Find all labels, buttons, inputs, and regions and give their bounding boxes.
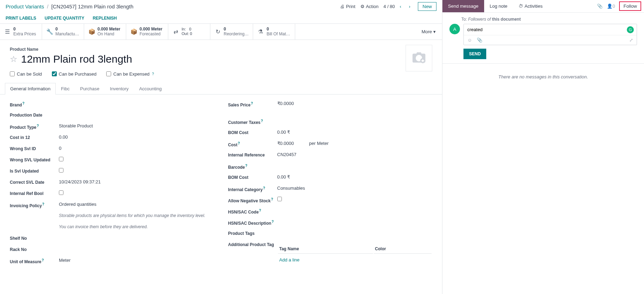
- send-button[interactable]: SEND: [463, 49, 486, 59]
- correct-svl-date-value[interactable]: 10/24/2023 09:37:21: [59, 179, 214, 184]
- pager-next[interactable]: ›: [406, 3, 413, 10]
- product-name[interactable]: 12mm Plain rod 3length: [21, 53, 132, 65]
- rack-no-label: Rack No: [10, 246, 59, 252]
- internal-ref-value[interactable]: CN20457: [277, 152, 433, 157]
- invoicing-policy-value[interactable]: Ordered quantities: [59, 202, 214, 207]
- internal-ref-bool-label: Internal Ref Bool: [10, 190, 59, 196]
- stat-manufacturing[interactable]: 🔧 0Manufactu…: [42, 24, 84, 40]
- list-icon: ☰: [4, 28, 11, 35]
- internal-ref-bool-checkbox[interactable]: [59, 190, 63, 195]
- attach-icon[interactable]: 📎: [477, 37, 482, 43]
- cost-unit: per Meter: [309, 141, 329, 146]
- tab-inventory[interactable]: Inventory: [104, 83, 134, 94]
- breadcrumb-current: [CN20457] 12mm Plain rod 3length: [51, 4, 133, 9]
- production-date-label: Production Date: [10, 112, 59, 118]
- cost-in-12-value[interactable]: 0.00: [59, 134, 214, 140]
- product-name-label: Product Name: [10, 47, 432, 52]
- bom-cost2-label: BOM Cost: [228, 174, 277, 180]
- update-quantity-link[interactable]: UPDATE QUANTITY: [45, 16, 84, 21]
- hsn-desc-label: HSN/SAC Description?: [228, 219, 277, 226]
- cubes-icon: 📦: [88, 28, 95, 35]
- wrench-icon: 🔧: [46, 28, 53, 35]
- brand-label: Brand?: [10, 101, 59, 107]
- breadcrumb-root[interactable]: Product Variants: [6, 4, 44, 9]
- empty-messages: There are no messages in this conversati…: [442, 64, 644, 90]
- grammarly-icon[interactable]: G: [627, 26, 634, 33]
- tab-send-message[interactable]: Send message: [442, 0, 484, 12]
- wrong-svl-updated-checkbox[interactable]: [59, 157, 63, 161]
- invoicing-help-1: Storable products are physical items for…: [59, 213, 214, 219]
- action-button[interactable]: ⚙ Action: [360, 4, 379, 9]
- product-image-placeholder[interactable]: [406, 45, 432, 71]
- pager-text: 4 / 80: [384, 4, 395, 9]
- tab-activities[interactable]: Activities: [513, 0, 548, 12]
- is-svl-updated-label: Is Svl Updated: [10, 168, 59, 174]
- tab-purchase[interactable]: Purchase: [75, 83, 104, 94]
- cost-in-12-label: Cost in 12: [10, 134, 59, 140]
- additional-tag-label: Additional Product Tag: [228, 241, 277, 247]
- tag-col-name: Tag Name: [278, 244, 373, 254]
- shelf-no-label: Shelf No: [10, 235, 59, 241]
- message-input[interactable]: [464, 24, 637, 35]
- tag-col-color: Color: [374, 244, 432, 254]
- barcode-label: Barcode?: [228, 163, 277, 170]
- replenish-link[interactable]: REPLENISH: [93, 16, 117, 21]
- invoicing-help-2: You can invoice them before they are del…: [59, 224, 214, 230]
- is-svl-updated-checkbox[interactable]: [59, 168, 63, 173]
- internal-category-label: Internal Category?: [228, 186, 277, 192]
- uom-label: Unit of Measure?: [10, 258, 59, 264]
- customer-taxes-label: Customer Taxes?: [228, 118, 277, 125]
- stat-extra-prices[interactable]: ☰ 0Extra Prices: [0, 24, 42, 40]
- internal-category-value[interactable]: Consumables: [277, 186, 433, 191]
- sales-price-label: Sales Price?: [228, 101, 277, 107]
- bom-cost-label: BOM Cost: [228, 130, 277, 135]
- emoji-icon[interactable]: ☺: [467, 37, 472, 43]
- tab-fibc[interactable]: Fibc: [56, 83, 75, 94]
- new-button[interactable]: New: [418, 2, 436, 11]
- cost-label: Cost?: [228, 141, 277, 147]
- tab-log-note[interactable]: Log note: [484, 0, 513, 12]
- invoicing-policy-label: Invoicing Policy?: [10, 202, 59, 208]
- allow-negative-label: Allow Negative Stock?: [228, 197, 277, 203]
- camera-add-icon: [411, 50, 427, 66]
- stat-on-hand[interactable]: 📦 0.000 MeterOn Hand: [84, 24, 126, 40]
- expand-icon[interactable]: ⤢: [629, 37, 633, 43]
- cost-value[interactable]: ₹0.0000: [277, 141, 294, 146]
- pager-prev[interactable]: ‹: [397, 3, 404, 10]
- stat-more[interactable]: More ▾: [415, 24, 442, 40]
- wrong-svl-updated-label: Wrong SVL Updated: [10, 157, 59, 162]
- can-be-purchased-checkbox[interactable]: Can be Purchased: [52, 71, 97, 77]
- can-be-sold-checkbox[interactable]: Can be Sold: [10, 71, 42, 77]
- to-line: To: Followers of this document: [461, 17, 637, 22]
- stat-reordering[interactable]: ↻ 0Reordering…: [210, 24, 253, 40]
- product-type-value[interactable]: Storable Product: [59, 123, 214, 128]
- avatar: A: [449, 24, 460, 34]
- stat-bom[interactable]: ⚗ 0Bill Of Mat…: [253, 24, 295, 40]
- product-tags-label: Product Tags: [228, 230, 277, 236]
- follow-button[interactable]: Follow: [619, 1, 641, 11]
- refresh-icon: ↻: [215, 28, 221, 35]
- internal-ref-label: Internal Reference: [228, 152, 277, 158]
- stat-in-out[interactable]: ⇄ In: 0 Out: 0: [168, 24, 210, 40]
- caret-down-icon: ▾: [433, 29, 436, 34]
- allow-negative-checkbox[interactable]: [277, 197, 282, 201]
- bom-cost2-value: 0.00 ₹: [277, 174, 433, 180]
- bom-cost-value: 0.00 ₹: [277, 130, 433, 135]
- sales-price-value[interactable]: ₹0.0000: [277, 101, 433, 106]
- tab-accounting[interactable]: Accounting: [134, 83, 167, 94]
- add-line-link[interactable]: Add a line: [279, 257, 300, 262]
- print-button[interactable]: 🖨 Print: [340, 4, 355, 9]
- breadcrumb: Product Variants / [CN20457] 12mm Plain …: [6, 4, 340, 9]
- transfer-icon: ⇄: [172, 28, 179, 35]
- wrong-svl-id-value[interactable]: 0: [59, 146, 214, 151]
- attachment-icon[interactable]: 📎: [597, 4, 603, 9]
- stat-forecasted[interactable]: 📦 0.000 MeterForecasted: [126, 24, 168, 40]
- favorite-star[interactable]: ☆: [10, 54, 18, 64]
- flask-icon: ⚗: [257, 28, 264, 35]
- cubes-icon: 📦: [130, 28, 137, 35]
- can-be-expensed-checkbox[interactable]: Can be Expensed?: [106, 71, 154, 77]
- uom-value[interactable]: Meter: [59, 258, 214, 263]
- print-labels-link[interactable]: PRINT LABELS: [6, 16, 36, 21]
- followers-icon[interactable]: 👤0: [607, 4, 615, 9]
- tab-general[interactable]: General Information: [5, 83, 56, 94]
